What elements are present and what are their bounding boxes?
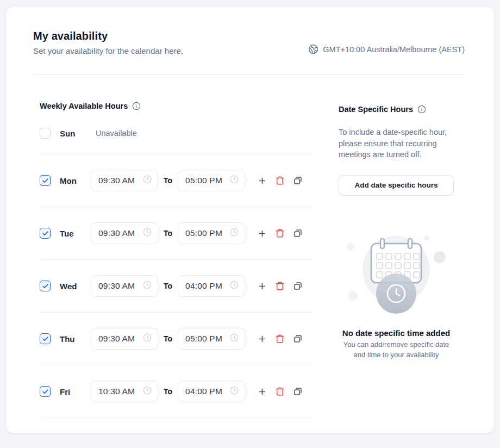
start-time-value: 09:30 AM — [98, 176, 135, 185]
day-row: Wed 09:30 AM To 04:00 PM — [40, 273, 315, 299]
end-time-value: 04:00 PM — [185, 387, 222, 396]
time-range: 09:30 AM To 05:00 PM — [91, 328, 303, 350]
date-specific-section: Date Specific Hours To include a date-sp… — [322, 74, 495, 432]
copy-day-button[interactable] — [293, 176, 303, 185]
start-time-value: 10:30 AM — [98, 387, 135, 396]
clock-icon — [230, 333, 239, 344]
add-interval-button[interactable] — [258, 176, 267, 185]
add-interval-button[interactable] — [258, 387, 267, 396]
info-icon[interactable] — [417, 105, 426, 114]
row-divider — [40, 365, 313, 365]
row-actions — [258, 334, 303, 344]
unavailable-label: Unavailable — [96, 129, 137, 138]
date-specific-title-row: Date Specific Hours — [339, 105, 454, 114]
plus-icon — [258, 229, 267, 238]
copy-icon — [293, 387, 303, 396]
weekly-hours-title-row: Weekly Available Hours — [40, 102, 315, 110]
trash-icon — [275, 228, 285, 238]
to-label: To — [164, 229, 172, 238]
clock-icon — [143, 281, 152, 291]
page-title: My availability — [33, 29, 183, 43]
end-time-input[interactable]: 05:00 PM — [178, 170, 245, 191]
clock-icon — [143, 175, 152, 186]
copy-icon — [293, 334, 303, 344]
to-label: To — [164, 387, 172, 396]
clock-icon — [143, 228, 152, 239]
add-interval-button[interactable] — [258, 334, 267, 344]
globe-icon — [308, 44, 318, 54]
end-time-input[interactable]: 05:00 PM — [178, 328, 245, 350]
page-subtitle: Set your availability for the calendar h… — [33, 46, 183, 57]
trash-icon — [275, 334, 285, 344]
copy-day-button[interactable] — [293, 387, 303, 396]
row-actions — [258, 176, 303, 185]
time-range: 10:30 AM To 04:00 PM — [91, 381, 303, 402]
empty-state-title: No date specific time added — [339, 328, 454, 338]
day-label: Thu — [60, 334, 91, 344]
plus-icon — [258, 334, 267, 344]
start-time-value: 09:30 AM — [98, 334, 135, 344]
weekly-hours-title: Weekly Available Hours — [40, 102, 128, 110]
end-time-value: 05:00 PM — [185, 176, 222, 185]
row-actions — [258, 387, 303, 396]
row-actions — [258, 228, 303, 238]
header-titles: My availability Set your availability fo… — [33, 29, 183, 57]
calendar-clock-illustration — [339, 227, 454, 321]
delete-interval-button[interactable] — [275, 228, 285, 238]
trash-icon — [275, 176, 285, 185]
day-row: Fri 10:30 AM To 04:00 PM — [40, 378, 315, 405]
delete-interval-button[interactable] — [275, 387, 285, 396]
end-time-value: 04:00 PM — [185, 281, 222, 291]
copy-day-button[interactable] — [293, 334, 303, 344]
day-label: Sun — [60, 129, 91, 138]
day-checkbox[interactable] — [40, 281, 51, 291]
row-divider — [40, 259, 313, 260]
start-time-input[interactable]: 09:30 AM — [91, 222, 158, 244]
end-time-value: 05:00 PM — [185, 334, 222, 344]
date-specific-title: Date Specific Hours — [339, 105, 413, 114]
delete-interval-button[interactable] — [275, 176, 285, 185]
start-time-input[interactable]: 10:30 AM — [91, 381, 158, 402]
info-icon[interactable] — [132, 102, 141, 110]
day-checkbox[interactable] — [40, 175, 51, 186]
start-time-input[interactable]: 09:30 AM — [91, 275, 158, 297]
to-label: To — [164, 334, 172, 343]
start-time-input[interactable]: 09:30 AM — [91, 328, 158, 350]
start-time-input[interactable]: 09:30 AM — [91, 170, 158, 191]
time-range: 09:30 AM To 04:00 PM — [91, 275, 303, 297]
delete-interval-button[interactable] — [275, 334, 285, 344]
day-row: Thu 09:30 AM To 05:00 PM — [40, 326, 315, 352]
trash-icon — [275, 281, 285, 291]
day-checkbox[interactable] — [40, 128, 51, 139]
end-time-input[interactable]: 04:00 PM — [178, 275, 245, 297]
row-divider — [40, 312, 313, 313]
clock-icon — [230, 175, 239, 186]
date-specific-empty-state: No date specific time added You can add/… — [339, 227, 454, 360]
row-divider — [40, 154, 313, 154]
add-interval-button[interactable] — [258, 229, 267, 238]
card-header: My availability Set your availability fo… — [6, 7, 494, 57]
time-range: 09:30 AM To 05:00 PM — [91, 222, 303, 244]
add-interval-button[interactable] — [258, 282, 267, 291]
clock-icon — [230, 281, 239, 291]
delete-interval-button[interactable] — [275, 281, 285, 291]
copy-icon — [293, 281, 303, 291]
end-time-input[interactable]: 05:00 PM — [178, 222, 245, 244]
add-date-specific-hours-button[interactable]: Add date specific hours — [339, 175, 454, 196]
timezone-label: GMT+10:00 Australia/Melbourne (AEST) — [323, 45, 465, 54]
day-checkbox[interactable] — [40, 333, 51, 344]
date-specific-description: To include a date-specific hour, please … — [339, 127, 454, 160]
copy-icon — [293, 176, 303, 185]
clock-icon — [143, 386, 152, 397]
day-label: Mon — [60, 176, 91, 185]
day-checkbox[interactable] — [40, 228, 51, 239]
day-checkbox[interactable] — [40, 386, 51, 397]
start-time-value: 09:30 AM — [98, 281, 135, 291]
copy-day-button[interactable] — [293, 228, 303, 238]
end-time-input[interactable]: 04:00 PM — [178, 381, 245, 402]
end-time-value: 05:00 PM — [185, 228, 222, 238]
timezone-display[interactable]: GMT+10:00 Australia/Melbourne (AEST) — [308, 44, 465, 54]
copy-day-button[interactable] — [293, 281, 303, 291]
day-row: Tue 09:30 AM To 05:00 PM — [40, 220, 315, 246]
empty-state-subtitle: You can add/remove specific date and tim… — [339, 340, 454, 360]
